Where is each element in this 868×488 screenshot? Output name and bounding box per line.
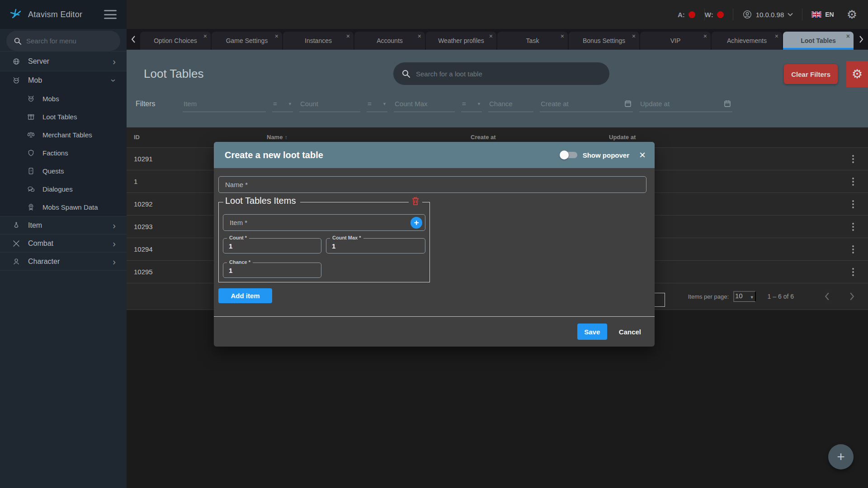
- filter-chance-input[interactable]: Chance: [488, 97, 533, 112]
- tab-weather-profiles[interactable]: Weather profiles×: [426, 32, 496, 50]
- add-item-button[interactable]: Add item: [218, 288, 272, 303]
- sidebar-item-quests[interactable]: ? Quests: [0, 162, 127, 180]
- sidebar-item-mob[interactable]: Mob ›: [0, 71, 127, 89]
- uk-flag-icon: [811, 11, 821, 18]
- server-select-dropdown[interactable]: 10.0.0.98: [742, 9, 793, 19]
- show-popover-toggle[interactable]: [561, 152, 577, 158]
- merchant-tables-icon: [26, 130, 35, 139]
- filter-update-at-input[interactable]: Update at: [639, 97, 732, 112]
- tab-close-icon[interactable]: ×: [703, 33, 707, 40]
- next-page-button[interactable]: [840, 292, 868, 300]
- loot-table-items-fieldset: Loot Tables Items Item * + Count * 1 Cou…: [218, 202, 430, 282]
- kebab-menu-icon: [852, 178, 854, 186]
- loot-table-search-placeholder: Search for a loot table: [416, 70, 482, 78]
- clear-filters-button[interactable]: Clear Filters: [784, 64, 838, 84]
- row-actions-button[interactable]: [847, 221, 859, 233]
- count-input[interactable]: Count * 1: [223, 238, 321, 253]
- tab-instances[interactable]: Instances×: [283, 32, 354, 50]
- row-actions-button[interactable]: [847, 244, 859, 255]
- column-header-name[interactable]: Name↑: [267, 134, 288, 141]
- tab-close-icon[interactable]: ×: [489, 33, 493, 40]
- filter-count-max-input[interactable]: Count Max: [394, 97, 455, 112]
- hamburger-menu-icon[interactable]: [104, 10, 117, 19]
- chevron-down-icon: ›: [110, 79, 119, 82]
- svg-text:?: ?: [30, 169, 32, 173]
- tab-close-icon[interactable]: ×: [561, 33, 564, 40]
- row-actions-button[interactable]: [847, 266, 859, 278]
- sort-asc-icon: ↑: [284, 134, 288, 141]
- tab-close-icon[interactable]: ×: [632, 33, 636, 40]
- row-actions-button[interactable]: [847, 176, 859, 188]
- cancel-button[interactable]: Cancel: [619, 328, 641, 336]
- filter-count-input[interactable]: Count: [299, 97, 360, 112]
- row-actions-button[interactable]: [847, 153, 859, 165]
- tabs-scroll-right-button[interactable]: [854, 29, 868, 50]
- delete-item-group-button[interactable]: [409, 197, 422, 206]
- sidebar-item-dialogues[interactable]: Dialogues: [0, 180, 127, 198]
- filter-chance-op-select[interactable]: =▼: [461, 97, 482, 112]
- sidebar-item-character[interactable]: Character ›: [0, 253, 127, 271]
- content-header: Loot Tables Search for a loot table Clea…: [127, 50, 868, 127]
- calendar-icon[interactable]: [624, 99, 632, 108]
- tab-close-icon[interactable]: ×: [846, 33, 850, 40]
- tab-game-settings[interactable]: Game Settings×: [212, 32, 282, 50]
- item-icon: [12, 221, 21, 230]
- sidebar: Search for menu Server › Mob › Mobs: [0, 29, 127, 488]
- tab-close-icon[interactable]: ×: [275, 33, 278, 40]
- column-header-id[interactable]: ID: [134, 134, 140, 141]
- kebab-menu-icon: [852, 245, 854, 253]
- tab-vip[interactable]: VIP×: [640, 32, 711, 50]
- tab-task[interactable]: Task×: [497, 32, 568, 50]
- tab-close-icon[interactable]: ×: [775, 33, 778, 40]
- tab-loot-tables[interactable]: Loot Tables×: [783, 32, 854, 50]
- sidebar-item-server[interactable]: Server ›: [0, 51, 127, 71]
- add-loot-item-plus-button[interactable]: +: [410, 217, 422, 229]
- modal-footer: Save Cancel: [214, 316, 655, 347]
- tab-achievements[interactable]: Achievements×: [712, 32, 782, 50]
- sidebar-search-input[interactable]: Search for menu: [6, 31, 120, 51]
- row-actions-button[interactable]: [847, 198, 859, 210]
- column-header-update-at[interactable]: Update at: [609, 134, 636, 141]
- filter-create-at-input[interactable]: Create at: [540, 97, 633, 112]
- mob-icon: [12, 76, 21, 85]
- count-max-input[interactable]: Count Max * 1: [326, 238, 425, 253]
- tab-bonus-settings[interactable]: Bonus Settings×: [569, 32, 639, 50]
- sidebar-item-loot-tables[interactable]: Loot Tables: [0, 108, 127, 126]
- save-button[interactable]: Save: [577, 324, 607, 340]
- sidebar-item-mobs-spawn-data[interactable]: Mobs Spawn Data: [0, 198, 127, 216]
- items-per-page-select[interactable]: 10 ▼: [733, 291, 756, 302]
- modal-close-icon[interactable]: ×: [639, 150, 646, 160]
- filter-count-max-op-select[interactable]: =▼: [367, 97, 387, 112]
- sidebar-item-combat[interactable]: Combat ›: [0, 235, 127, 253]
- column-header-create-at[interactable]: Create at: [471, 134, 496, 141]
- sidebar-item-mobs[interactable]: Mobs: [0, 89, 127, 108]
- row-id: 10294: [134, 245, 153, 253]
- filters-label: Filters: [136, 100, 183, 112]
- partially-hidden-input: [653, 293, 665, 307]
- language-selector[interactable]: EN: [811, 11, 834, 18]
- loot-table-search-input[interactable]: Search for a loot table: [393, 62, 609, 85]
- sidebar-item-item[interactable]: Item ›: [0, 216, 127, 235]
- chevron-right-icon: ›: [113, 257, 116, 266]
- create-new-fab-button[interactable]: +: [828, 444, 854, 469]
- loot-item-select-input[interactable]: Item * +: [223, 214, 425, 231]
- character-icon: [12, 257, 21, 266]
- tab-close-icon[interactable]: ×: [418, 33, 421, 40]
- filter-item-input[interactable]: Item: [183, 97, 266, 112]
- calendar-icon[interactable]: [723, 99, 731, 108]
- chance-input[interactable]: Chance * 1: [223, 263, 321, 278]
- kebab-menu-icon: [852, 200, 854, 208]
- tab-option-choices[interactable]: Option Choices×: [140, 32, 211, 50]
- previous-page-button[interactable]: [815, 292, 840, 300]
- sidebar-item-factions[interactable]: Factions: [0, 144, 127, 162]
- filter-settings-button[interactable]: ⚙: [846, 61, 868, 87]
- sidebar-item-merchant-tables[interactable]: Merchant Tables: [0, 126, 127, 144]
- loot-table-name-input[interactable]: Name *: [218, 176, 646, 193]
- tabs-scroll-left-button[interactable]: [127, 29, 140, 50]
- filter-count-op-select[interactable]: =▼: [272, 97, 293, 112]
- chevron-down-icon: [788, 13, 793, 16]
- tab-close-icon[interactable]: ×: [346, 33, 350, 40]
- settings-gear-button[interactable]: ⚙: [847, 9, 857, 20]
- tab-accounts[interactable]: Accounts×: [354, 32, 425, 50]
- tab-close-icon[interactable]: ×: [203, 33, 207, 40]
